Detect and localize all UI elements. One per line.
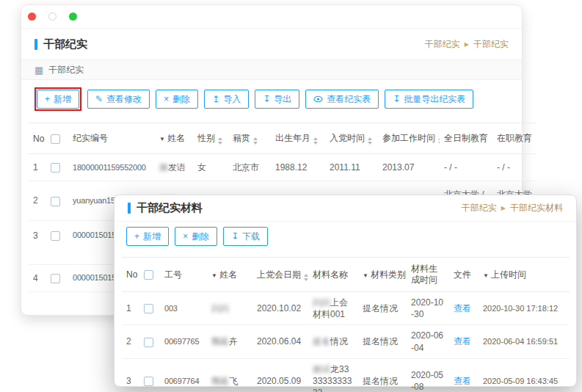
download-button[interactable]: ↧ 下载	[223, 227, 268, 246]
view-file-link[interactable]: 查看	[454, 336, 471, 346]
close-traffic-light[interactable]	[28, 12, 36, 21]
cell-select	[46, 264, 68, 291]
cell-select	[139, 292, 160, 325]
row-checkbox[interactable]	[144, 338, 153, 347]
filter-icon[interactable]: ▼	[211, 272, 217, 279]
sort-desc-arrow	[368, 142, 372, 145]
row-checkbox[interactable]	[51, 274, 60, 283]
breadcrumb-item-current[interactable]: 干部纪实	[473, 38, 509, 51]
sort-desc-arrow	[304, 278, 308, 281]
edit-icon: ✎	[95, 95, 103, 104]
add-button-label: 新增	[143, 232, 161, 241]
import-button[interactable]: ↥ 导入	[204, 90, 249, 109]
col-label: 材料类别	[371, 269, 406, 280]
filter-icon[interactable]: ▼	[159, 136, 165, 142]
filter-icon[interactable]: ▼	[363, 272, 368, 279]
col-header-origin: 籍贯	[228, 123, 271, 154]
close-icon: ×	[164, 95, 169, 104]
filter-icon[interactable]: ▼	[483, 272, 489, 279]
col-header-work-start: 参加工作时间	[378, 123, 440, 154]
add-button[interactable]: + 新增	[37, 90, 79, 109]
name-text: 发语	[168, 162, 186, 173]
col-label: 上党会日期	[257, 269, 301, 280]
breadcrumb-item[interactable]: 干部纪实	[425, 38, 460, 51]
col-header-join-party: 入党时间	[325, 123, 378, 154]
name-text: 卉	[229, 336, 238, 346]
maximize-traffic-light[interactable]	[69, 12, 77, 21]
add-button-label: 新增	[54, 95, 71, 104]
cell-category: 提名情况	[358, 325, 407, 358]
cell-no: 2	[29, 181, 46, 220]
view-edit-button[interactable]: ✎ 查看修改	[87, 90, 150, 109]
breadcrumb-item-current[interactable]: 干部纪实材料	[510, 202, 563, 214]
col-header-gender: 性别	[193, 123, 228, 154]
sort-icon[interactable]	[438, 137, 440, 145]
cell-name: 魏延卉	[207, 325, 252, 358]
cell-no: 3	[29, 220, 46, 264]
cell-fulltime-edu: - / -	[440, 154, 492, 181]
col-header-name: ▼姓名	[155, 123, 193, 154]
cell-file: 查看	[449, 292, 479, 325]
delete-button[interactable]: × 删除	[175, 227, 217, 246]
cell-emp-id: 00697765	[160, 325, 207, 358]
cell-name: 闪闪	[207, 292, 252, 325]
cadre-materials-table: No 工号 ▼姓名 上党会日期 材料名称 ▼材料类别 材料生成时间 文件 ▼上传…	[122, 257, 570, 392]
col-label: 参加工作时间	[382, 133, 435, 143]
col-header-file: 文件	[449, 258, 479, 292]
view-record-table-button[interactable]: 查看纪实表	[305, 90, 379, 109]
cell-name: 测发语	[155, 154, 193, 181]
col-header-no: No	[122, 258, 139, 292]
title-accent-bar	[34, 39, 37, 50]
delete-button-label: 删除	[192, 232, 209, 241]
view-file-link[interactable]: 查看	[454, 376, 471, 386]
download-icon: ↧	[263, 95, 270, 104]
sort-desc-arrow	[438, 142, 440, 145]
table-row: 2 00697765 魏延卉 2020.06.04 提名情况 提名情况 2020…	[122, 325, 570, 358]
minimize-traffic-light[interactable]	[48, 12, 57, 21]
redacted-text: 闪闪	[211, 303, 229, 313]
cell-upload-time: 2020-10-30 17:18:12	[479, 292, 570, 325]
sort-icon[interactable]	[304, 274, 308, 281]
sort-asc-arrow	[438, 137, 440, 140]
col-header-no: No	[29, 123, 46, 154]
redacted-text: 魏延	[211, 336, 229, 346]
import-button-label: 导入	[223, 95, 241, 104]
row-checkbox[interactable]	[144, 304, 153, 313]
add-button[interactable]: + 新增	[126, 227, 169, 246]
col-header-select	[46, 123, 68, 154]
upload-icon: ↥	[212, 95, 219, 104]
sort-asc-arrow	[368, 137, 372, 140]
col-header-select	[139, 258, 160, 292]
cell-meeting-date: 2020.06.04	[252, 325, 308, 358]
table-row: 3 00697764 魏延飞 2020.05.09 测试龙33333333333…	[122, 358, 570, 392]
select-all-checkbox[interactable]	[144, 270, 153, 280]
cell-file: 查看	[449, 325, 479, 358]
sort-asc-arrow	[304, 274, 308, 277]
cell-select	[139, 358, 160, 392]
sort-icon[interactable]	[313, 137, 318, 145]
delete-button[interactable]: × 删除	[156, 90, 198, 109]
col-header-birth: 出生年月	[271, 123, 325, 154]
page-header: 干部纪实材料 干部纪实 ▶ 干部纪实材料	[114, 195, 576, 222]
table-row: 1 18000001159552000 测发语 女 北京市 1988.12 20…	[29, 154, 536, 181]
sort-icon[interactable]	[253, 137, 258, 145]
sort-icon[interactable]	[368, 137, 372, 145]
batch-export-button[interactable]: ↧ 批量导出纪实表	[385, 90, 473, 109]
delete-button-label: 删除	[172, 95, 190, 104]
name-text: 飞	[229, 376, 238, 386]
redacted-text: 魏延	[211, 376, 229, 386]
export-button[interactable]: ↧ 导出	[255, 90, 299, 109]
row-checkbox[interactable]	[144, 377, 153, 386]
cell-meeting-date: 2020.10.02	[252, 292, 308, 325]
col-header-fulltime-edu: 全日制教育	[440, 123, 492, 154]
select-all-checkbox[interactable]	[51, 134, 60, 144]
redacted-text: 测试	[313, 364, 330, 374]
breadcrumb-item[interactable]: 干部纪实	[462, 202, 497, 214]
view-file-link[interactable]: 查看	[454, 303, 471, 313]
row-checkbox[interactable]	[51, 163, 60, 173]
row-checkbox[interactable]	[51, 231, 60, 241]
sort-desc-arrow	[253, 142, 258, 145]
page-header: 干部纪实 干部纪实 ▶ 干部纪实	[21, 29, 522, 59]
row-checkbox[interactable]	[51, 197, 60, 206]
sort-icon[interactable]	[218, 137, 222, 145]
